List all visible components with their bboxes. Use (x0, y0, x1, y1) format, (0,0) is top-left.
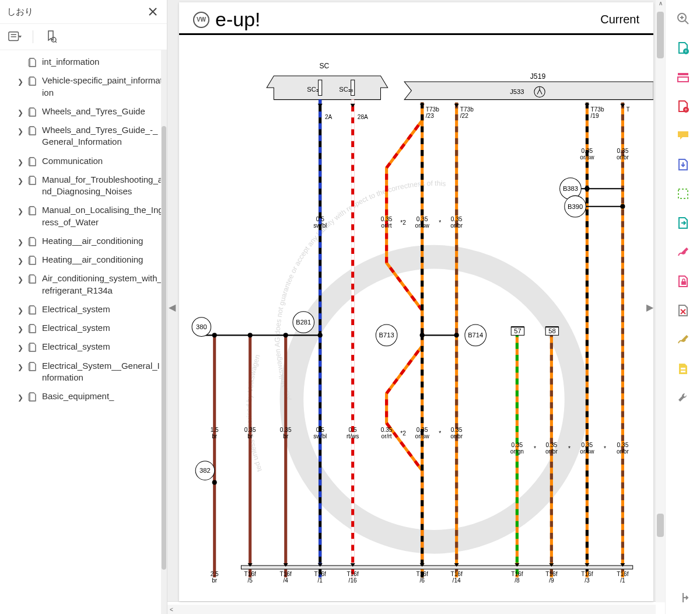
sidebar-item-label: Electrical_System__General_Information (42, 360, 163, 384)
svg-text:+: + (684, 107, 687, 113)
svg-text:0.5sw/bl: 0.5sw/bl (313, 216, 327, 229)
svg-point-39 (212, 333, 217, 337)
svg-text:0.35or/sw: 0.35or/sw (580, 148, 594, 161)
collapse-left-icon[interactable]: ◀ (167, 289, 177, 325)
outline-options-icon[interactable] (8, 30, 22, 44)
sidebar-item-label: Wheels_and_Tyres_Guide (42, 106, 163, 117)
svg-text:T73b/22: T73b/22 (460, 106, 474, 119)
edit-icon[interactable] (675, 332, 691, 348)
svg-text:0.35or/br: 0.35or/br (617, 148, 629, 161)
sidebar-item[interactable]: ❯Wheels_and_Tyres_Guide (0, 102, 167, 121)
chevron-right-icon[interactable]: ❯ (18, 306, 23, 315)
chevron-right-icon[interactable]: ❯ (18, 176, 23, 186)
pdf-page: VW e-up! Current AG. Volkswagen AG does … (179, 2, 653, 601)
chevron-right-icon[interactable]: ❯ (18, 207, 23, 216)
tools-icon[interactable] (675, 390, 691, 406)
chevron-right-icon[interactable]: ❯ (18, 77, 23, 86)
sign-icon[interactable] (675, 244, 691, 260)
document-icon (28, 256, 37, 265)
svg-text:T16f/6: T16f/6 (416, 571, 429, 584)
sidebar-item[interactable]: ❯Basic_equipment_ (0, 387, 167, 406)
svg-text:0.35or/sw: 0.35or/sw (415, 216, 430, 229)
close-icon[interactable] (146, 5, 160, 19)
sidebar-item-label: Wheels_and_Tyres_Guide_-_General_Informa… (42, 124, 163, 148)
sidebar-item[interactable]: ❯Communication (0, 152, 167, 170)
sidebar-toolbar (0, 24, 167, 50)
pdf-export-icon[interactable] (675, 215, 691, 231)
svg-text:0.5sw/bl: 0.5sw/bl (313, 427, 327, 439)
bookmarks-tree[interactable]: int_information❯Vehicle-specific_paint_i… (0, 50, 167, 614)
svg-point-49 (620, 204, 625, 209)
sidebar-item[interactable]: ❯Electrical_system (0, 337, 167, 356)
svg-rect-123 (681, 371, 685, 372)
sidebar-item[interactable]: int_information (0, 53, 167, 71)
expand-icon[interactable] (675, 589, 691, 606)
security-icon[interactable] (675, 273, 691, 289)
chevron-right-icon[interactable]: ❯ (18, 362, 23, 372)
svg-text:58: 58 (548, 327, 555, 334)
svg-text:*: * (439, 219, 441, 226)
delete-page-icon[interactable] (675, 302, 691, 319)
page-header: VW e-up! Current (179, 2, 653, 35)
svg-text:T16f/1: T16f/1 (617, 571, 629, 584)
label-sc: SC (319, 62, 329, 70)
svg-rect-119 (681, 281, 686, 285)
sidebar-item[interactable]: ❯Electrical_system (0, 319, 167, 337)
document-icon (28, 76, 37, 86)
document-icon (28, 343, 37, 352)
sidebar-item[interactable]: ❯Wheels_and_Tyres_Guide_-_General_Inform… (0, 121, 167, 152)
sidebar-scrollbar[interactable] (161, 50, 167, 614)
chevron-right-icon[interactable]: ❯ (18, 127, 23, 136)
pdf-add-icon[interactable]: + (675, 98, 691, 114)
document-icon (28, 392, 37, 402)
document-icon (28, 206, 37, 215)
sidebar-item[interactable]: ❯Heating__air_conditioning (0, 232, 167, 250)
right-toolbar: + + (665, 0, 700, 614)
chevron-right-icon[interactable]: ❯ (18, 158, 23, 167)
vw-logo-icon: VW (193, 12, 209, 28)
sidebar-item[interactable]: ❯Vehicle-specific_paint_information (0, 71, 167, 102)
label-sc28: SC₂₈ (339, 86, 354, 93)
svg-text:0.35or/br: 0.35or/br (450, 427, 463, 439)
collapse-right-icon[interactable]: ▶ (645, 289, 654, 325)
sidebar-item[interactable]: ❯Electrical_System__General_Information (0, 357, 167, 388)
sidebar-item-label: Electrical_system (42, 322, 163, 334)
svg-point-45 (454, 333, 459, 337)
svg-text:0.35or/sw: 0.35or/sw (580, 442, 594, 455)
document-icon (28, 274, 37, 284)
layout-icon[interactable] (675, 69, 691, 85)
chevron-right-icon[interactable]: ❯ (18, 108, 23, 117)
chevron-right-icon[interactable]: ❯ (18, 343, 23, 353)
svg-rect-0 (9, 32, 19, 41)
sidebar-item-label: int_information (42, 56, 163, 68)
vertical-scrollbar[interactable]: ∧ (656, 0, 665, 602)
document-icon (28, 237, 37, 246)
chevron-right-icon[interactable]: ❯ (18, 393, 23, 402)
document-icon (28, 157, 37, 166)
form-icon[interactable] (675, 361, 691, 377)
chevron-right-icon[interactable]: ❯ (18, 325, 23, 334)
sidebar-item[interactable]: ❯Air_conditioning_system_with_refrigeran… (0, 269, 167, 300)
sidebar-item[interactable]: ❯Manual_on_Localising_the_Ingress_of_Wat… (0, 201, 167, 232)
label-j519: J519 (530, 72, 546, 81)
chevron-right-icon[interactable]: ❯ (18, 238, 23, 247)
svg-rect-114 (678, 73, 688, 75)
bookmark-ribbon-icon[interactable] (44, 30, 58, 44)
svg-text:T16f/3: T16f/3 (581, 571, 593, 584)
page-add-icon[interactable]: + (675, 40, 691, 56)
zoom-icon[interactable] (675, 11, 691, 27)
sidebar-item[interactable]: ❯Heating__air_conditioning (0, 250, 167, 269)
chevron-right-icon[interactable]: ❯ (18, 256, 23, 266)
pdf-down-icon[interactable] (675, 156, 691, 173)
chevron-right-icon[interactable]: ❯ (18, 275, 23, 284)
svg-text:T16f/1: T16f/1 (314, 571, 327, 584)
sidebar-item[interactable]: ❯Manual_for_Troubleshooting_and_Diagnosi… (0, 170, 167, 201)
corner-text: Current (600, 13, 639, 26)
sidebar-header: しおり (0, 0, 167, 24)
horizontal-scrollbar[interactable] (167, 605, 656, 614)
sidebar-item[interactable]: ❯Electrical_system (0, 300, 167, 319)
crop-icon[interactable] (675, 186, 691, 202)
comment-icon[interactable] (675, 127, 691, 144)
svg-text:ted unless authorised by Volks: ted unless authorised by Volkswagen (245, 354, 264, 473)
svg-text:T16f/14: T16f/14 (450, 571, 463, 584)
